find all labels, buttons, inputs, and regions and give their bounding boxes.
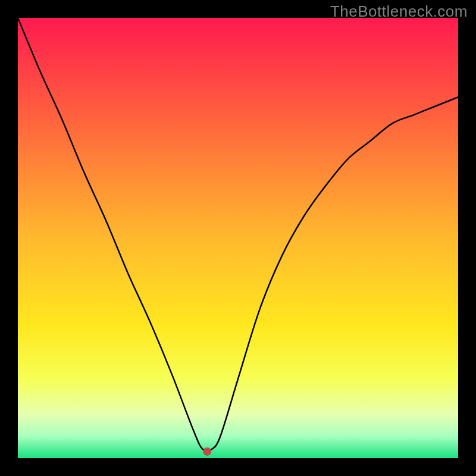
watermark-text: TheBottleneck.com <box>330 2 468 21</box>
chart-container: TheBottleneck.com <box>0 0 476 476</box>
plot-area <box>18 18 458 458</box>
chart-background <box>18 18 458 458</box>
chart-svg <box>18 18 458 458</box>
marker-dot <box>203 447 211 456</box>
